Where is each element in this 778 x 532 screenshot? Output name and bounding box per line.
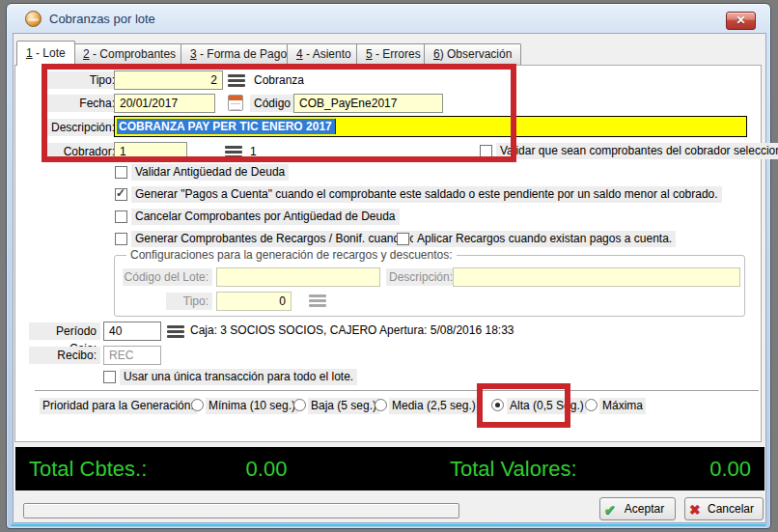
grupo-tipo-lookup-icon[interactable] <box>309 294 326 307</box>
tab-label: - Asiento <box>303 47 351 61</box>
radio-maxima-label: Máxima <box>599 398 646 414</box>
window-title: Cobranzas por lote <box>49 12 155 26</box>
tab-label: ) Observación <box>440 47 513 61</box>
checkbox-validar-cobrador-label: Validar que sean comprobantes del cobrad… <box>496 143 778 159</box>
grupo-codigo-lote-input[interactable] <box>216 267 380 287</box>
cobrador-description: 1 <box>250 145 257 158</box>
radio-alta-label: Alta (0,5 Seg.) <box>507 398 587 414</box>
radio-minima[interactable] <box>191 399 204 411</box>
radio-media[interactable] <box>375 399 387 411</box>
cancel-cross-icon <box>689 499 701 520</box>
tab-accesskey: 1 <box>26 46 33 60</box>
tab-page-lote: Tipo: 2 Cobranza Fecha: 20/01/2017 Códig… <box>14 65 762 442</box>
periodo-caja-input[interactable]: 40 <box>103 322 161 341</box>
aceptar-button[interactable]: Aceptar <box>599 497 676 520</box>
radio-minima-label: Mínima (10 seg.) <box>206 398 298 414</box>
caja-description: Caja: 3 SOCIOS SOCIOS, CAJERO Apertura: … <box>190 323 514 337</box>
aceptar-button-label: Aceptar <box>625 502 664 516</box>
tab-comprobantes[interactable]: 2 - Comprobantes <box>73 43 185 65</box>
descripcion-selected-text: COBRANZA PAY PER TIC ENERO 2017 <box>117 119 336 134</box>
cobrador-label: Cobrador: <box>44 143 119 160</box>
total-cbtes-label: Total Cbtes.: <box>29 457 147 482</box>
radio-baja[interactable] <box>293 399 306 411</box>
checkbox-generar-pagos-cuenta-label: Generar "Pagos a Cuenta" cuando el compr… <box>131 186 722 203</box>
radio-media-label: Media (2,5 seg.) <box>389 398 479 414</box>
total-cbtes-value: 0.00 <box>223 457 310 482</box>
tab-accesskey: 5 <box>366 47 373 61</box>
checkbox-unica-transaccion[interactable] <box>103 371 116 383</box>
tab-accesskey: 2 <box>83 47 90 61</box>
checkbox-aplicar-recargos[interactable] <box>397 233 409 245</box>
calendar-icon[interactable] <box>228 95 243 111</box>
checkbox-cancelar-comprobantes[interactable] <box>115 210 127 223</box>
tab-lote[interactable]: 1 - Lote <box>16 41 75 66</box>
descripcion-input[interactable]: COBRANZA PAY PER TIC ENERO 2017 <box>114 116 747 137</box>
totals-bar: Total Cbtes.: 0.00 Total Valores: 0.00 <box>15 447 764 490</box>
descripcion-label: Descripción: <box>44 119 119 136</box>
tab-accesskey: 6 <box>433 47 440 61</box>
recibo-label: Recibo: <box>29 347 100 364</box>
tab-label: - Forma de Pago <box>197 47 287 61</box>
tab-observacion[interactable]: 6) Observación <box>424 43 521 65</box>
checkbox-validar-antiguedad-label: Validar Antigüedad de Deuda <box>131 164 289 181</box>
codigo-lote-input[interactable]: COB_PayEne2017 <box>293 94 443 113</box>
checkbox-cancelar-comprobantes-label: Cancelar Comprobantes por Antigüedad de … <box>131 209 400 225</box>
total-valores-value: 0.00 <box>709 457 751 482</box>
checkbox-aplicar-recargos-label: Aplicar Recargos cuando existan pagos a … <box>413 231 676 247</box>
cobrador-lookup-icon[interactable] <box>225 146 242 158</box>
grupo-tipo-input[interactable]: 0 <box>216 292 292 311</box>
accept-check-icon <box>604 499 616 520</box>
fecha-label: Fecha: <box>44 95 119 112</box>
tab-label: - Comprobantes <box>90 47 176 61</box>
dialog-client-area: 1 - Lote 2 - Comprobantes 3 - Forma de P… <box>14 34 765 522</box>
tipo-input[interactable]: 2 <box>114 70 223 90</box>
groupbox-recargos-descuentos: Configuraciones para la generación de re… <box>114 255 745 317</box>
total-valores-label: Total Valores: <box>450 457 577 482</box>
app-icon <box>25 11 42 27</box>
fecha-input[interactable]: 20/01/2017 <box>114 94 215 113</box>
tab-accesskey: 3 <box>190 47 197 61</box>
grupo-codigo-lote-label: Código del Lote: <box>123 268 212 286</box>
periodo-caja-lookup-icon[interactable] <box>167 325 184 338</box>
prioridad-label: Prioridad para la Generación: <box>40 398 197 414</box>
groupbox-legend: Configuraciones para la generación de re… <box>126 248 457 262</box>
checkbox-validar-cobrador[interactable] <box>480 145 492 157</box>
tab-label: - Errores <box>373 47 421 61</box>
checkbox-validar-antiguedad[interactable] <box>115 166 127 179</box>
checkbox-unica-transaccion-label: Usar una única transacción para todo el … <box>120 369 357 385</box>
checkbox-generar-pagos-cuenta[interactable] <box>115 188 127 201</box>
cancelar-button-label: Cancelar <box>708 502 754 516</box>
tab-label: - Lote <box>33 46 66 60</box>
close-icon <box>736 14 745 27</box>
radio-alta[interactable] <box>491 399 504 411</box>
tipo-lookup-icon[interactable] <box>228 74 245 87</box>
grupo-tipo-label: Tipo: <box>166 293 212 310</box>
dialog-window: Cobranzas por lote 1 - Lote 2 - Comproba… <box>6 3 771 529</box>
radio-maxima[interactable] <box>585 399 597 411</box>
tab-errores[interactable]: 5 - Errores <box>356 43 431 65</box>
cobrador-input[interactable]: 1 <box>114 142 187 161</box>
tipo-label: Tipo: <box>44 71 119 89</box>
radio-baja-label: Baja (5 seg.) <box>308 398 379 414</box>
recibo-input[interactable]: REC <box>103 346 161 365</box>
tipo-description: Cobranza <box>254 73 304 87</box>
tab-forma-de-pago[interactable]: 3 - Forma de Pago <box>181 43 296 65</box>
grupo-descripcion-label: Descripción: <box>386 268 456 286</box>
tab-accesskey: 4 <box>296 47 303 61</box>
close-button[interactable] <box>726 12 756 30</box>
progress-bar <box>23 503 459 518</box>
cancelar-button[interactable]: Cancelar <box>684 497 764 520</box>
title-bar[interactable]: Cobranzas por lote <box>7 4 770 33</box>
tab-asiento[interactable]: 4 - Asiento <box>287 43 361 65</box>
separator-line <box>35 390 759 392</box>
periodo-caja-label: Período Caja: <box>29 322 100 340</box>
grupo-descripcion-input[interactable] <box>453 267 740 287</box>
checkbox-generar-recargos[interactable] <box>115 233 127 245</box>
